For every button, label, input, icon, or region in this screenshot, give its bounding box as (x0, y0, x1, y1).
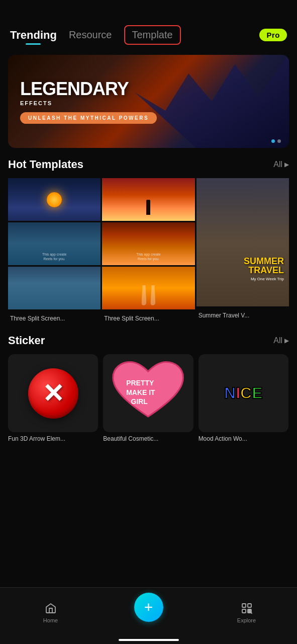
heart-icon: PRETTY MAKE IT GIRL (103, 354, 193, 432)
sticker-header: Sticker All ▶ (8, 334, 289, 347)
dot-2 (277, 139, 281, 143)
nice-letters: N I C E (224, 384, 262, 403)
wine-glasses-icon (102, 267, 194, 309)
template-overlay-1: This app createReels for you. (10, 252, 98, 261)
template-item-4[interactable] (102, 178, 194, 221)
home-icon (44, 601, 58, 615)
template-label-2: Three Split Screen... (102, 311, 194, 324)
sticker-all-arrow-icon: ▶ (284, 337, 289, 344)
banner-dots (271, 139, 281, 143)
explore-icon (240, 601, 254, 615)
template-img-ocean: This app createReels for you. (8, 222, 101, 265)
hot-templates-section: Hot Templates All ▶ This app createReels… (0, 148, 297, 324)
banner-overlay: LEGENDARY EFFECTS UNLEASH THE MYTHICAL P… (8, 55, 289, 148)
sticker-label-3: Mood Action Wo... (199, 435, 288, 442)
template-grid: This app createReels for you. Three Spli… (8, 178, 289, 324)
hot-templates-header: Hot Templates All ▶ (8, 158, 289, 171)
sticker-all-button[interactable]: All ▶ (273, 336, 289, 345)
svg-text:PRETTY: PRETTY (127, 379, 155, 387)
sticker-section: Sticker All ▶ ✕ Fun 3D Arrow Elem... PRE… (0, 324, 297, 442)
svg-rect-3 (242, 604, 246, 607)
hot-templates-all-button[interactable]: All ▶ (273, 160, 289, 169)
template-img-moon (8, 178, 101, 221)
template-img-wine (102, 267, 194, 309)
template-label-3: Summer Travel V... (196, 308, 289, 321)
template-item-2[interactable]: This app createReels for you. (8, 222, 101, 265)
sticker-grid: ✕ Fun 3D Arrow Elem... PRETTY MAKE IT GI… (8, 354, 289, 442)
sticker-img-heart: PRETTY MAKE IT GIRL (103, 354, 193, 432)
template-item-3[interactable] (8, 267, 101, 309)
template-item-6[interactable] (102, 267, 194, 309)
template-item-1[interactable] (8, 178, 101, 221)
all-arrow-icon: ▶ (284, 161, 289, 168)
sticker-img-x: ✕ (8, 354, 98, 432)
sticker-label-1: Fun 3D Arrow Elem... (8, 435, 98, 442)
hero-banner[interactable]: LEGENDARY EFFECTS UNLEASH THE MYTHICAL P… (8, 55, 289, 148)
add-button[interactable]: + (134, 593, 163, 622)
pro-badge[interactable]: Pro (259, 29, 287, 41)
tab-resource[interactable]: Resource (69, 29, 112, 41)
svg-rect-4 (248, 604, 251, 607)
template-img-portrait: SUMMER TRAVEL My One Week Trip (196, 178, 289, 306)
tab-template[interactable]: Template (124, 25, 181, 45)
summer-travel-text: SUMMER TRAVEL My One Week Trip (244, 257, 284, 281)
template-img-sunset (102, 178, 194, 221)
nice-i-letter: I (236, 384, 240, 403)
moon-icon (47, 192, 62, 207)
x-mark-icon: ✕ (42, 380, 64, 407)
template-item-7[interactable]: SUMMER TRAVEL My One Week Trip (196, 178, 289, 306)
sticker-item-1[interactable]: ✕ Fun 3D Arrow Elem... (8, 354, 98, 442)
header: Trending Resource Template Pro (0, 0, 297, 50)
bottom-nav: Home + Explore (0, 587, 297, 644)
home-indicator (119, 639, 179, 641)
sticker-item-3[interactable]: N I C E Mood Action Wo... (199, 354, 288, 442)
dot-1 (271, 139, 275, 143)
template-col-2: This app createReels for you. Three Spli… (102, 178, 194, 324)
nice-n-letter: N (224, 384, 236, 403)
svg-text:MAKE IT: MAKE IT (127, 388, 156, 396)
nice-e-letter: E (252, 384, 262, 403)
sticker-item-2[interactable]: PRETTY MAKE IT GIRL Beautiful Cosmetic..… (103, 354, 193, 442)
banner-cta[interactable]: UNLEASH THE MYTHICAL POWERS (20, 112, 157, 124)
x-circle-icon: ✕ (28, 368, 78, 419)
template-item-5[interactable]: This app createReels for you. (102, 222, 194, 265)
nav-home[interactable]: Home (33, 601, 68, 623)
template-col-1: This app createReels for you. Three Spli… (8, 178, 101, 324)
nav-explore[interactable]: Explore (229, 601, 264, 623)
hot-templates-title: Hot Templates (8, 158, 83, 171)
home-label: Home (43, 617, 58, 623)
sticker-label-2: Beautiful Cosmetic... (103, 435, 193, 442)
banner-title-line2: EFFECTS (20, 100, 277, 106)
banner-title-line1: LEGENDARY (20, 79, 277, 99)
sticker-img-nice: N I C E (199, 354, 288, 432)
template-img-sunset2: This app createReels for you. (102, 222, 194, 265)
template-col-3: SUMMER TRAVEL My One Week Trip Summer Tr… (196, 178, 289, 324)
trending-underline (26, 43, 41, 45)
svg-rect-5 (242, 609, 246, 613)
nice-c-letter: C (240, 384, 252, 403)
sticker-title: Sticker (8, 334, 45, 347)
tab-trending[interactable]: Trending (10, 29, 57, 42)
svg-text:GIRL: GIRL (131, 397, 148, 406)
explore-label: Explore (237, 617, 256, 623)
template-label-1: Three Split Screen... (8, 311, 101, 324)
silhouette-icon (146, 200, 150, 215)
template-overlay-2: This app createReels for you. (104, 252, 192, 261)
add-icon: + (144, 600, 153, 615)
template-img-hand (8, 267, 101, 309)
